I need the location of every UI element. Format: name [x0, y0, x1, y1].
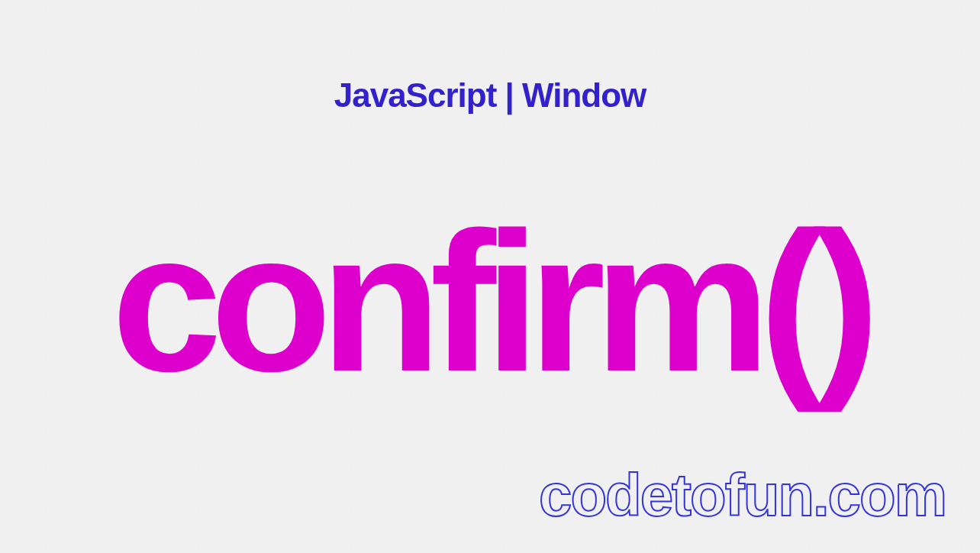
- website-branding: codetofun.com: [539, 461, 946, 530]
- category-title: JavaScript | Window: [334, 76, 646, 115]
- method-name: confirm(): [111, 202, 869, 401]
